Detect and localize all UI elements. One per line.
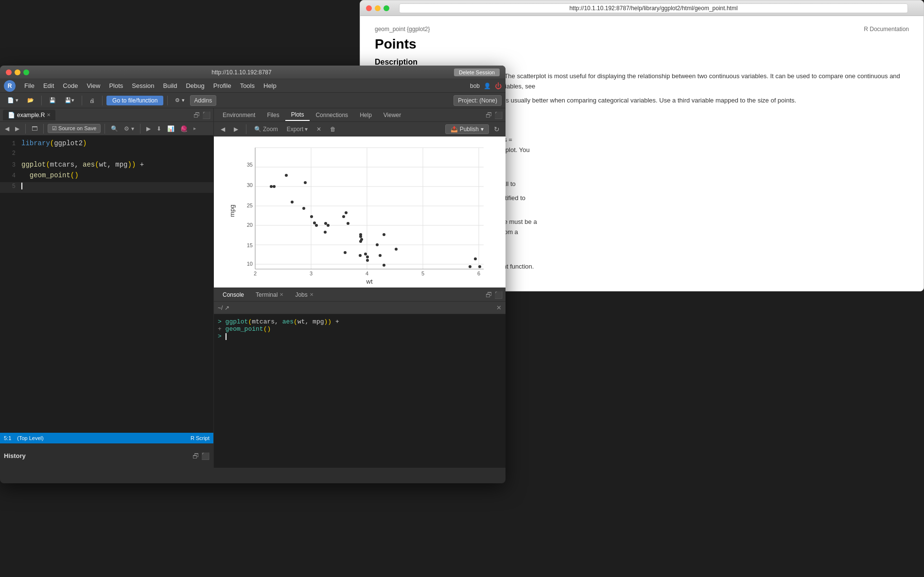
more-btn[interactable]: ▸ [193,125,196,132]
point-32 [324,222,327,225]
menu-build[interactable]: Build [159,81,181,90]
y-tick-6: 35 [247,162,253,168]
help-url-bar[interactable]: http://10.1.10.192:8787/help/library/ggp… [399,3,908,13]
refresh-button[interactable]: ↻ [492,124,502,134]
knit-button[interactable]: 🧶 [178,124,190,133]
editor-toolbar: ◀ ▶ 🗖 ☑ Source on Save 🔍 ⚙ ▾ ▶ ⬇ 📊 🧶 ▸ [0,122,213,136]
tab-viewer[interactable]: Viewer [378,110,407,120]
export-button[interactable]: Export ▾ [284,125,311,134]
restore-editor-button[interactable]: 🗗 [193,111,200,119]
x-tick-1: 2 [254,271,257,276]
maximize-editor-button[interactable]: ⬛ [202,111,210,119]
print-button[interactable]: 🖨 [86,96,98,105]
editor-tab-close[interactable]: ✕ [47,112,51,118]
sep-ed-2 [43,124,44,134]
project-selector[interactable]: Project: (None) [453,95,502,106]
menu-edit[interactable]: Edit [39,81,58,90]
restore-console-button[interactable]: 🗗 [486,291,492,299]
tab-jobs[interactable]: Jobs ✕ [289,289,319,300]
tab-terminal[interactable]: Terminal ✕ [250,289,289,300]
prompt-1: > [218,318,226,325]
show-in-new-window[interactable]: 🗖 [30,124,39,133]
maximize-plots-button[interactable]: ⬛ [494,111,503,119]
point-2 [327,224,330,227]
delete-session-button[interactable]: Delete Session [454,68,500,76]
find-button[interactable]: 🔍 [109,124,120,133]
plots-tab-actions: 🗗 ⬛ [486,111,503,119]
editor-tab-example[interactable]: 📄 example.R ✕ [3,110,55,120]
point-7 [366,259,369,262]
goto-file-button[interactable]: Go to file/function [106,96,163,105]
maximize-history-button[interactable]: ⬛ [201,452,209,460]
save-button[interactable]: 💾 [46,96,59,105]
tab-environment[interactable]: Environment [217,110,261,120]
restore-history-button[interactable]: 🗗 [192,452,199,460]
open-file-button[interactable]: 📂 [24,96,37,105]
point-15 [469,265,471,268]
close-light[interactable] [366,5,372,11]
run-button[interactable]: ▶ [144,124,153,133]
menu-plots[interactable]: Plots [105,81,127,90]
maximize-console-button[interactable]: ⬛ [494,291,503,299]
continuation-1: + [218,325,226,333]
editor-tab-bar: 📄 example.R ✕ 🗗 ⬛ [0,108,213,122]
console-line-2: + geom_point() [218,325,502,333]
tab-plots[interactable]: Plots [285,109,310,121]
clear-plots-button[interactable]: 🗑 [327,125,339,134]
separator-3 [102,96,103,105]
point-19 [273,185,276,188]
next-plot-button[interactable]: ▶ [231,125,241,134]
tab-connections[interactable]: Connections [310,110,354,120]
save-all-button[interactable]: 💾▾ [61,96,78,105]
menu-help[interactable]: Help [260,81,280,90]
right-panel: Environment Files Plots Connections Help… [214,108,506,468]
code-tools-ed-button[interactable]: ⚙ ▾ [122,124,136,133]
console-fn-1: aes [282,318,294,325]
zoom-button[interactable]: 🔍 Zoom [251,125,281,134]
point-21 [313,221,316,224]
help-package-label: geom_point {ggplot2} [375,26,430,33]
user-icon: 👤 [484,83,491,89]
compile-button[interactable]: 📊 [165,124,176,133]
menu-tools[interactable]: Tools [236,81,259,90]
code-editor[interactable]: 1 library(ggplot2) 2 3 ggplot(mtcars, ae… [0,136,213,433]
addins-button[interactable]: Addins [190,95,217,106]
menu-profile[interactable]: Profile [209,81,235,90]
tab-console[interactable]: Console [217,289,250,300]
console-line-3: > [218,333,502,340]
menu-session[interactable]: Session [128,81,158,90]
min-light[interactable] [375,5,381,11]
prev-plot-button[interactable]: ◀ [218,125,228,134]
console-clear-button[interactable]: ✕ [496,304,502,311]
console-area[interactable]: > ggplot(mtcars, aes(wt, mpg)) + + geom_… [214,314,506,468]
code-tools-button[interactable]: ⚙ ▾ [172,96,188,105]
history-label: History [4,452,26,459]
jobs-close[interactable]: ✕ [310,292,314,297]
y-tick-2: 15 [247,242,253,248]
size-text: a third variable mapped to the size of p… [672,97,796,104]
rs-min-light[interactable] [15,69,20,75]
new-file-button[interactable]: 📄 ▾ [4,96,22,105]
code-line-2: 2 [0,150,213,161]
menu-debug[interactable]: Debug [182,81,208,90]
remove-plot-button[interactable]: ✕ [314,125,324,134]
back-button[interactable]: ◀ [3,124,11,133]
terminal-close[interactable]: ✕ [279,292,283,297]
publish-button[interactable]: 📤 Publish ▾ [445,124,489,134]
code-line-4: 4 geom_point() [0,171,213,182]
rs-close-light[interactable] [6,69,12,75]
source-on-save-button[interactable]: ☑ Source on Save [48,124,101,133]
forward-button[interactable]: ▶ [13,124,21,133]
source-button[interactable]: ⬇ [155,124,163,133]
rs-max-light[interactable] [23,69,29,75]
menu-file[interactable]: File [20,81,38,90]
tab-help[interactable]: Help [354,110,378,120]
tab-files[interactable]: Files [261,110,285,120]
editor-tab-label: example.R [17,112,45,119]
sep-ed-4 [140,124,140,134]
restore-plots-button[interactable]: 🗗 [486,111,492,119]
menu-code[interactable]: Code [59,81,82,90]
power-icon[interactable]: ⏻ [495,82,502,90]
max-light[interactable] [384,5,389,11]
menu-view[interactable]: View [83,81,104,90]
